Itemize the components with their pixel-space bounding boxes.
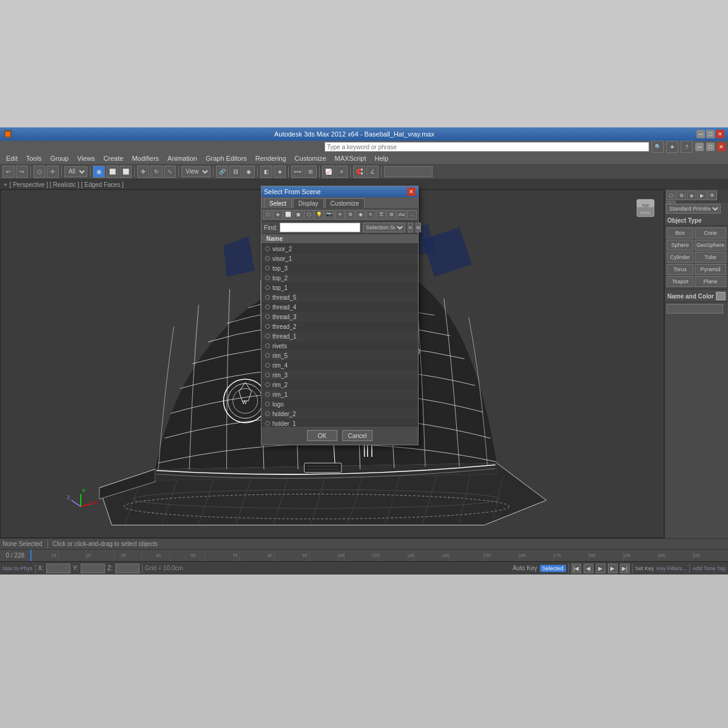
rp-modify-btn[interactable]: ⚙ xyxy=(676,190,686,200)
move-btn[interactable]: ✜ xyxy=(137,166,149,178)
d-invert[interactable]: ◈ xyxy=(273,210,283,220)
d-filter-geo[interactable]: ▣ xyxy=(294,210,303,220)
name-input[interactable] xyxy=(667,304,723,314)
d-sort[interactable]: ≡ xyxy=(366,210,376,220)
d-filter-bone[interactable]: ◉ xyxy=(356,210,365,220)
cancel-button[interactable]: Cancel xyxy=(342,430,372,441)
ok-button[interactable]: OK xyxy=(307,430,337,441)
render-btn[interactable]: ◧ xyxy=(260,166,272,178)
list-item-rim1[interactable]: rim_1 xyxy=(261,389,418,399)
last-frame-btn[interactable]: ▶| xyxy=(620,564,630,573)
add-time-tag-label[interactable]: Add Time Tag xyxy=(692,565,726,571)
y-coord-field[interactable] xyxy=(81,564,105,573)
toolbar-redo[interactable]: ↪ xyxy=(16,166,28,178)
obj-tube[interactable]: Tube xyxy=(695,252,726,263)
list-item-holder1[interactable]: holder_1 xyxy=(261,419,418,426)
key-filters-label[interactable]: Key Filters... xyxy=(656,565,687,571)
list-item-visor1[interactable]: visor_1 xyxy=(261,254,418,263)
list-item-logo[interactable]: logo xyxy=(261,399,418,409)
d-filter-space[interactable]: ⚙ xyxy=(345,210,355,220)
toolbar-select[interactable]: ⬡ xyxy=(33,166,46,178)
list-item-thread5[interactable]: thread_5 xyxy=(261,292,418,302)
menu-maxscript[interactable]: MAXScript xyxy=(331,153,370,164)
list-item-thread4[interactable]: thread_4 xyxy=(261,302,418,312)
list-item-top3[interactable]: top_3 xyxy=(261,263,418,273)
d-icon-view[interactable]: ⊞ xyxy=(386,210,396,220)
unlink-btn[interactable]: ⛓ xyxy=(229,166,241,178)
z-coord-field[interactable] xyxy=(115,564,140,573)
win-close[interactable]: ✕ xyxy=(717,143,726,151)
obj-plane[interactable]: Plane xyxy=(695,276,726,287)
align-btn[interactable]: ⊞ xyxy=(305,166,317,178)
primitives-dropdown[interactable]: Standard Primitives xyxy=(666,204,721,214)
color-swatch[interactable] xyxy=(716,292,726,300)
menu-help[interactable]: Help xyxy=(371,153,393,164)
menu-group[interactable]: Group xyxy=(47,153,73,164)
menu-views[interactable]: Views xyxy=(73,153,98,164)
timeline-track[interactable]: 10 20 30 40 50 70 80 90 100 110 120 130 … xyxy=(30,550,728,561)
d-select-all[interactable]: ⬡ xyxy=(263,210,272,220)
list-item-thread2[interactable]: thread_2 xyxy=(261,322,418,331)
obj-teapot[interactable]: Teapot xyxy=(667,276,693,287)
mirror-btn[interactable]: ⟺ xyxy=(291,166,303,178)
dialog-item-list[interactable]: visor_2 visor_1 top_3 top_2 top_1 xyxy=(261,244,418,426)
bind-btn[interactable]: ◉ xyxy=(243,166,255,178)
dialog-close-btn[interactable]: ✕ xyxy=(407,187,416,196)
snap-btn[interactable]: 🧲 xyxy=(353,166,365,178)
search-button[interactable]: 🔍 xyxy=(652,141,664,153)
toolbar-move[interactable]: ✛ xyxy=(47,166,59,178)
list-item-top1[interactable]: top_1 xyxy=(261,283,418,292)
d-list-view[interactable]: ☰ xyxy=(376,210,386,220)
list-item-rim4[interactable]: rim_4 xyxy=(261,360,418,370)
menu-modifiers[interactable]: Modifiers xyxy=(128,153,163,164)
help-button[interactable]: ★ xyxy=(666,141,678,153)
filter-dropdown[interactable]: All xyxy=(64,166,87,177)
toolbar-undo[interactable]: ↩ xyxy=(2,166,15,178)
obj-cylinder[interactable]: Cylinder xyxy=(667,252,693,263)
list-item-rim2[interactable]: rim_2 xyxy=(261,380,418,389)
rp-hierarchy-btn[interactable]: ◈ xyxy=(687,190,696,200)
menu-customize[interactable]: Customize xyxy=(291,153,330,164)
obj-geosphere[interactable]: GeoSphere xyxy=(695,240,726,251)
win-min[interactable]: ─ xyxy=(695,143,704,151)
list-item-thread1[interactable]: thread_1 xyxy=(261,331,418,341)
menu-graph-editors[interactable]: Graph Editors xyxy=(202,153,251,164)
menu-tools[interactable]: Tools xyxy=(22,153,46,164)
material-btn[interactable]: ◈ xyxy=(274,166,286,178)
d-filter-helper[interactable]: ✛ xyxy=(335,210,345,220)
maximize-button[interactable]: □ xyxy=(706,130,715,138)
select-region-btn[interactable]: ⬜ xyxy=(106,166,118,178)
rp-motion-btn[interactable]: ▶ xyxy=(697,190,707,200)
transform-type-in[interactable] xyxy=(384,166,433,177)
next-frame-btn[interactable]: ▶ xyxy=(608,564,618,573)
d-more[interactable]: … xyxy=(407,210,417,220)
list-item-thread3[interactable]: thread_3 xyxy=(261,312,418,322)
tab-display[interactable]: Display xyxy=(293,198,324,208)
tab-select[interactable]: Select xyxy=(264,198,292,208)
list-item-rim5[interactable]: rim_5 xyxy=(261,351,418,360)
search-input[interactable] xyxy=(325,142,649,152)
list-item-rivets[interactable]: rivets xyxy=(261,341,418,351)
d-filter-shape[interactable]: ⬡ xyxy=(304,210,314,220)
d-case[interactable]: Aa xyxy=(397,210,406,220)
list-item-top2[interactable]: top_2 xyxy=(261,273,418,283)
select-from-scene-dialog[interactable]: Select From Scene ✕ Select Display Custo… xyxy=(261,186,419,445)
menu-rendering[interactable]: Rendering xyxy=(252,153,290,164)
menu-create[interactable]: Create xyxy=(99,153,127,164)
timeline-cursor[interactable] xyxy=(30,550,32,561)
tab-customize[interactable]: Customize xyxy=(325,198,365,208)
extra-btn1[interactable]: ? xyxy=(681,141,693,153)
rp-display-btn[interactable]: 👁 xyxy=(707,190,717,200)
view-dropdown[interactable]: View xyxy=(181,166,211,177)
menu-edit[interactable]: Edit xyxy=(2,153,21,164)
snap-angle-btn[interactable]: ∠ xyxy=(366,166,379,178)
curve-editor-btn[interactable]: 📈 xyxy=(322,166,334,178)
window-crossing-btn[interactable]: ⬜ xyxy=(120,166,132,178)
selection-set-dropdown[interactable]: Selection Set: xyxy=(363,223,405,232)
d-filter-cam[interactable]: 📷 xyxy=(325,210,334,220)
rp-create-btn[interactable]: ⬡ xyxy=(666,190,676,200)
timeline[interactable]: 0 / 228 xyxy=(0,549,728,561)
find-clear[interactable]: ✕ xyxy=(408,223,413,232)
obj-cone[interactable]: Cone xyxy=(695,228,726,238)
scale-btn[interactable]: ⤡ xyxy=(164,166,176,178)
